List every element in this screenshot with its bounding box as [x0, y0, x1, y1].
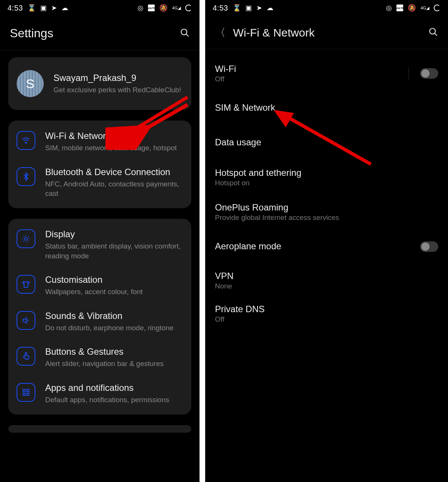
- buttons-row[interactable]: Buttons & Gestures Alert slider, navigat…: [8, 339, 191, 375]
- customisation-row[interactable]: Customisation Wallpapers, accent colour,…: [8, 267, 191, 304]
- sim-network-title: SIM & Network: [215, 102, 438, 113]
- svg-rect-7: [27, 393, 29, 395]
- bluetooth-icon: [17, 167, 35, 186]
- data-usage-row[interactable]: Data usage: [213, 125, 440, 160]
- cloud-icon: ☁: [61, 5, 68, 11]
- avatar: S: [17, 70, 44, 97]
- status-time: 4:53: [213, 4, 228, 12]
- vpn-row[interactable]: VPN None: [213, 264, 440, 297]
- apps-title: Apps and notifications: [45, 382, 183, 394]
- device-card: Display Status bar, ambient display, vis…: [8, 219, 191, 415]
- bluetooth-title: Bluetooth & Device Connection: [45, 166, 183, 178]
- sounds-title: Sounds & Vibration: [45, 310, 183, 322]
- private-dns-title: Private DNS: [215, 304, 438, 314]
- roaming-row[interactable]: OnePlus Roaming Provide global Internet …: [213, 195, 440, 229]
- cloud-icon: ☁: [267, 5, 273, 11]
- shirt-icon: [17, 275, 35, 294]
- sim-network-row[interactable]: SIM & Network: [213, 91, 440, 125]
- mute-icon: 🔕: [159, 5, 168, 11]
- back-icon[interactable]: 〈: [215, 27, 226, 38]
- hotspot-sub: Hotspot on: [215, 179, 438, 187]
- buttons-title: Buttons & Gestures: [45, 346, 183, 357]
- wifi-list: Wi-Fi Off SIM & Network Data usage Hotsp…: [205, 56, 448, 330]
- customisation-title: Customisation: [45, 274, 183, 285]
- page-title: Wi-Fi & Network: [233, 26, 315, 39]
- phone-left-settings: 4:53 ⌛ ▣ ➤ ☁ ◎ VoLTE 🔕 4G◢ Settings S Sw…: [0, 0, 200, 482]
- hotspot-title: Hotspot and tethering: [215, 168, 438, 178]
- spinner-icon: [434, 5, 440, 11]
- picture-icon: ▣: [40, 5, 47, 11]
- bluetooth-sub: NFC, Android Auto, contactless payments,…: [45, 179, 183, 198]
- customisation-sub: Wallpapers, accent colour, font: [45, 287, 183, 297]
- status-bar: 4:53 ⌛ ▣ ➤ ☁ ◎ VoLTE 🔕 4G◢: [205, 0, 448, 16]
- svg-point-12: [430, 28, 435, 34]
- bluetooth-row[interactable]: Bluetooth & Device Connection NFC, Andro…: [8, 160, 191, 205]
- status-time: 4:53: [8, 4, 23, 12]
- wifi-row[interactable]: Wi-Fi Off: [213, 56, 440, 91]
- private-dns-row[interactable]: Private DNS Off: [213, 297, 440, 330]
- svg-point-0: [181, 29, 187, 35]
- display-icon: [17, 229, 35, 248]
- page-title: Settings: [10, 26, 53, 40]
- search-icon[interactable]: [428, 27, 438, 38]
- cast-icon: ◎: [137, 5, 143, 11]
- gesture-icon: [17, 347, 35, 366]
- svg-line-13: [434, 33, 437, 36]
- sounds-row[interactable]: Sounds & Vibration Do not disturb, earph…: [8, 304, 191, 340]
- aeroplane-row[interactable]: Aeroplane mode: [213, 229, 440, 264]
- cast-icon: ◎: [386, 5, 392, 11]
- roaming-title: OnePlus Roaming: [215, 202, 438, 213]
- sounds-sub: Do not disturb, earphone mode, ringtone: [45, 323, 183, 333]
- separator: [408, 67, 409, 79]
- display-row[interactable]: Display Status bar, ambient display, vis…: [8, 222, 191, 267]
- apps-sub: Default apps, notifications, permissions: [45, 395, 183, 405]
- wifi-title: Wi-Fi: [215, 64, 402, 74]
- picture-icon: ▣: [245, 5, 252, 11]
- settings-header: Settings: [0, 16, 200, 50]
- account-name: Swayam_Prakash_9: [53, 72, 183, 84]
- wifi-network-title: Wi-Fi & Network: [45, 130, 183, 142]
- wifi-toggle[interactable]: [420, 68, 438, 79]
- wifi-header: 〈 Wi-Fi & Network: [205, 16, 448, 49]
- data-usage-title: Data usage: [215, 137, 438, 148]
- avatar-initial: S: [26, 76, 35, 91]
- svg-point-2: [26, 142, 27, 143]
- volte-icon: VoLTE: [148, 5, 155, 11]
- next-card-peek: [8, 425, 191, 433]
- account-card[interactable]: S Swayam_Prakash_9 Get exclusive perks w…: [8, 57, 191, 110]
- aeroplane-title: Aeroplane mode: [215, 241, 414, 252]
- phone-right-wifi-network: 4:53 ⌛ ▣ ➤ ☁ ◎ VoLTE 🔕 4G◢ 〈 Wi-Fi & Net…: [205, 0, 448, 482]
- hotspot-row[interactable]: Hotspot and tethering Hotspot on: [213, 160, 440, 195]
- display-title: Display: [45, 229, 183, 240]
- apps-row[interactable]: Apps and notifications Default apps, not…: [8, 375, 191, 412]
- mute-icon: 🔕: [408, 5, 416, 11]
- svg-rect-6: [23, 393, 25, 395]
- vpn-sub: None: [215, 282, 438, 290]
- status-bar: 4:53 ⌛ ▣ ➤ ☁ ◎ VoLTE 🔕 4G◢: [0, 0, 200, 16]
- display-sub: Status bar, ambient display, vision comf…: [45, 241, 183, 261]
- signal-icon: 4G◢: [172, 6, 181, 10]
- apps-icon: [17, 383, 35, 402]
- wifi-network-row[interactable]: Wi-Fi & Network SIM, mobile network, dat…: [8, 124, 191, 160]
- aeroplane-toggle[interactable]: [420, 241, 438, 252]
- svg-rect-5: [27, 389, 29, 392]
- connectivity-card: Wi-Fi & Network SIM, mobile network, dat…: [8, 120, 191, 208]
- wifi-network-sub: SIM, mobile network, data usage, hotspot: [45, 143, 183, 153]
- vpn-title: VPN: [215, 271, 438, 281]
- spinner-icon: [185, 5, 192, 11]
- hourglass-icon: ⌛: [27, 5, 36, 11]
- svg-rect-4: [23, 389, 25, 392]
- roaming-sub: Provide global Internet access services: [215, 214, 438, 222]
- search-icon[interactable]: [180, 28, 190, 39]
- private-dns-sub: Off: [215, 315, 438, 323]
- svg-point-3: [24, 237, 27, 240]
- phone-divider: [200, 0, 205, 482]
- arrow-cursor-icon: ➤: [51, 5, 57, 11]
- sound-icon: [17, 311, 35, 330]
- signal-icon: 4G◢: [421, 6, 429, 10]
- wifi-sub: Off: [215, 75, 402, 83]
- account-sub: Get exclusive perks with RedCableClub!: [53, 85, 183, 95]
- buttons-sub: Alert slider, navigation bar & gestures: [45, 359, 183, 369]
- svg-line-1: [186, 34, 189, 37]
- arrow-cursor-icon: ➤: [256, 5, 262, 11]
